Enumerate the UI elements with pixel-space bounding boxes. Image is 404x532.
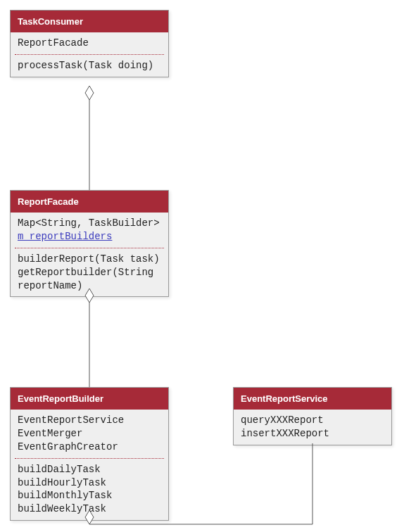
operation: reportName) — [18, 279, 161, 293]
operation: buildDailyTask — [18, 463, 161, 476]
operation: buildMonthlyTask — [18, 489, 161, 502]
attribute: Map<String, TaskBuilder> — [18, 217, 161, 230]
attribute: EventMerger — [18, 427, 161, 441]
attribute-link: m_reportBuilders — [18, 230, 161, 243]
svg-marker-0 — [85, 86, 94, 100]
class-event-report-service: EventReportService queryXXXReport insert… — [233, 387, 392, 445]
class-task-consumer: TaskConsumer ReportFacade processTask(Ta… — [10, 10, 169, 77]
class-report-facade: ReportFacade Map<String, TaskBuilder> m_… — [10, 190, 169, 297]
operation: buildWeeklyTask — [18, 502, 161, 516]
attribute: ReportFacade — [18, 37, 161, 50]
class-header: ReportFacade — [11, 191, 168, 213]
class-attributes: EventReportService EventMerger EventGrap… — [11, 410, 168, 458]
class-attributes: ReportFacade — [11, 32, 168, 54]
class-header: EventReportService — [234, 388, 391, 410]
class-operations: buildDailyTask buildHourlyTask buildMont… — [11, 459, 168, 521]
operation: builderReport(Task task) — [18, 253, 161, 266]
class-operations: builderReport(Task task) getReportbuilde… — [11, 248, 168, 297]
class-attributes: Map<String, TaskBuilder> m_reportBuilder… — [11, 213, 168, 248]
attribute: EventReportService — [18, 414, 161, 427]
aggregation-taskconsumer-reportfacade — [85, 86, 94, 190]
class-header: EventReportBuilder — [11, 388, 168, 410]
attribute: EventGraphCreator — [18, 441, 161, 454]
attribute-link-text: m_reportBuilders — [18, 231, 112, 242]
class-event-report-builder: EventReportBuilder EventReportService Ev… — [10, 387, 169, 521]
operation: processTask(Task doing) — [18, 59, 161, 72]
class-operations: processTask(Task doing) — [11, 55, 168, 77]
operation: buildHourlyTask — [18, 476, 161, 490]
operation: insertXXXReport — [241, 427, 384, 441]
aggregation-reportfacade-eventreportbuilder — [85, 289, 94, 387]
class-header: TaskConsumer — [11, 11, 168, 32]
operation: getReportbuilder(String — [18, 266, 161, 279]
class-operations: queryXXXReport insertXXXReport — [234, 410, 391, 445]
operation: queryXXXReport — [241, 414, 384, 427]
